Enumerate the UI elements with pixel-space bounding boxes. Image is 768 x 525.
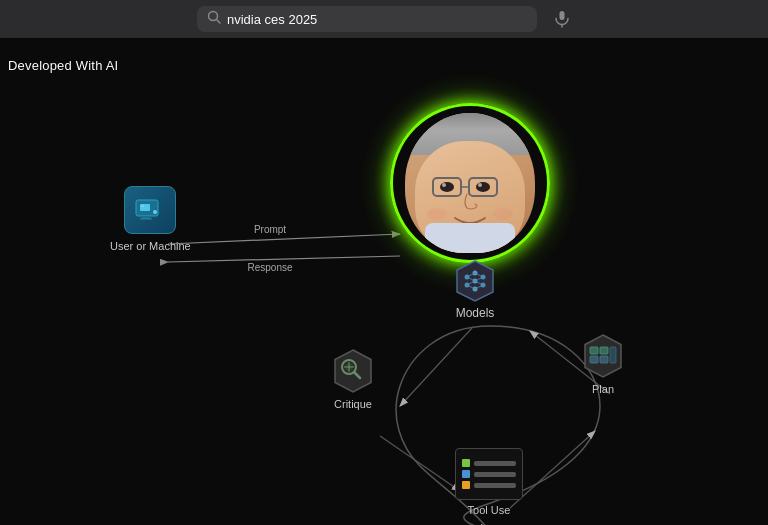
tool-use-node: Tool Use xyxy=(455,448,523,516)
tool-use-label: Tool Use xyxy=(468,504,511,516)
svg-rect-57 xyxy=(610,347,616,363)
svg-line-7 xyxy=(168,234,400,244)
avatar-collar xyxy=(425,223,515,253)
svg-point-25 xyxy=(476,182,490,192)
tool-row-generate xyxy=(462,481,516,489)
user-node: User or Machine xyxy=(110,186,191,252)
generate-dot xyxy=(462,481,470,489)
svg-point-17 xyxy=(153,210,157,214)
models-node: Models xyxy=(452,258,498,320)
tool-use-icon xyxy=(455,448,523,500)
svg-rect-19 xyxy=(140,218,152,220)
svg-text:Response: Response xyxy=(247,262,292,273)
calculate-dot xyxy=(462,459,470,467)
search-text xyxy=(474,472,516,477)
search-icon xyxy=(207,10,221,28)
user-machine-label: User or Machine xyxy=(110,240,191,252)
svg-line-12 xyxy=(380,436,460,491)
plan-node: Plan xyxy=(580,333,626,395)
svg-rect-53 xyxy=(590,347,598,354)
svg-rect-54 xyxy=(600,347,608,354)
main-content: Developed With AI Prompt Response xyxy=(0,38,768,525)
svg-text:Prompt: Prompt xyxy=(254,224,286,235)
svg-line-11 xyxy=(400,328,472,406)
tool-row-search xyxy=(462,470,516,478)
tool-row-calculate xyxy=(462,459,516,467)
mic-button[interactable] xyxy=(553,10,571,28)
calculate-text xyxy=(474,461,516,466)
generate-text xyxy=(474,483,516,488)
user-machine-icon xyxy=(134,194,166,226)
svg-rect-18 xyxy=(142,216,150,218)
user-icon xyxy=(124,186,176,234)
search-dot xyxy=(462,470,470,478)
critique-icon xyxy=(330,348,376,394)
svg-point-24 xyxy=(440,182,454,192)
critique-node: Critique xyxy=(330,348,376,410)
svg-marker-46 xyxy=(335,350,371,392)
plan-icon xyxy=(580,333,626,379)
search-bar: nvidia ces 2025 xyxy=(0,0,768,38)
svg-rect-55 xyxy=(590,356,598,363)
svg-rect-2 xyxy=(560,11,565,20)
models-label: Models xyxy=(456,306,495,320)
developed-with-ai-label: Developed With AI xyxy=(8,58,118,73)
svg-point-29 xyxy=(493,208,513,220)
flow-diagram-svg: Prompt Response xyxy=(0,76,768,525)
svg-point-26 xyxy=(442,183,446,187)
avatar-face xyxy=(405,113,535,253)
models-icon xyxy=(452,258,498,304)
svg-line-1 xyxy=(217,20,221,24)
svg-rect-20 xyxy=(141,205,144,207)
search-input-wrapper[interactable]: nvidia ces 2025 xyxy=(197,6,537,32)
svg-point-27 xyxy=(478,183,482,187)
svg-line-8 xyxy=(168,256,400,262)
search-query-text: nvidia ces 2025 xyxy=(227,12,527,27)
critique-label: Critique xyxy=(334,398,372,410)
svg-point-28 xyxy=(427,208,447,220)
avatar-container xyxy=(390,103,550,263)
plan-label: Plan xyxy=(592,383,614,395)
svg-rect-56 xyxy=(600,356,608,363)
